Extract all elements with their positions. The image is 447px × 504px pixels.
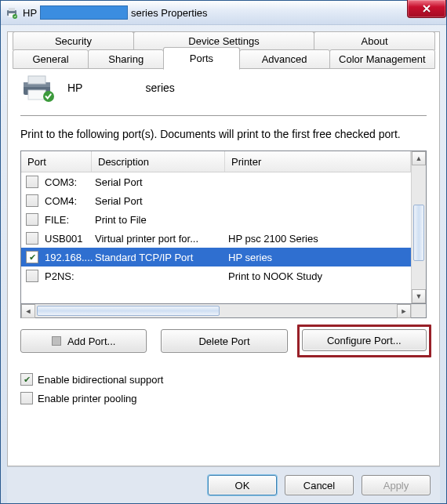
horizontal-scroll-thumb[interactable] [37,306,220,316]
port-description: Print to File [92,214,225,226]
vertical-scrollbar[interactable]: ▲ ▼ [411,151,426,303]
tab-general[interactable]: General [13,49,89,69]
port-description: Standard TCP/IP Port [92,252,225,263]
add-port-icon [52,336,61,346]
port-name: 192.168.... [45,252,93,263]
delete-port-button[interactable]: Delete Port [161,329,287,353]
checkbox-icon: ✔ [20,373,33,386]
header-port[interactable]: Port [21,151,92,172]
add-port-button[interactable]: Add Port... [20,329,147,353]
tab-ports[interactable]: Ports [163,47,239,70]
port-checkbox[interactable] [26,270,38,282]
printer-titlebar-icon [5,6,18,19]
configure-port-highlight: Configure Port... [297,325,431,357]
port-printer: HP series [225,252,411,263]
table-row[interactable]: COM4:Serial Port [21,191,411,210]
table-row[interactable]: FILE:Print to File [21,210,411,229]
properties-dialog: HP series Properties Security Device Set… [0,0,447,504]
svg-rect-1 [9,8,15,11]
horizontal-scrollbar[interactable]: ◄ ► [20,304,427,318]
port-description: Virtual printer port for... [92,233,225,245]
port-printer: HP psc 2100 Series [225,233,411,245]
port-buttons-row: Add Port... Delete Port Configure Port..… [20,329,427,353]
tab-advanced[interactable]: Advanced [239,49,330,69]
options-group: ✔ Enable bidirectional support ✔ Enable … [20,370,427,408]
titlebar[interactable]: HP series Properties [1,1,446,25]
ok-button[interactable]: OK [208,475,277,495]
close-icon [422,4,431,13]
port-name: P2NS: [45,270,74,282]
tab-about[interactable]: About [314,31,435,50]
scroll-down-button[interactable]: ▼ [412,289,426,303]
port-name: FILE: [45,214,69,226]
title-redacted-model [40,5,128,20]
table-row[interactable]: USB001Virtual printer port for...HP psc … [21,229,411,248]
port-checkbox[interactable] [26,176,38,188]
enable-printer-pooling-checkbox[interactable]: ✔ Enable printer pooling [20,389,427,408]
port-checkbox[interactable] [26,213,38,226]
port-description: Serial Port [92,176,225,188]
port-checkbox[interactable] [26,194,38,207]
port-name: COM3: [45,176,77,188]
port-checkbox[interactable] [26,232,38,245]
scroll-up-button[interactable]: ▲ [412,151,426,165]
svg-rect-7 [28,90,45,100]
table-row[interactable]: COM3:Serial Port [21,172,411,191]
dialog-footer: OK Cancel Apply [7,466,440,503]
list-headers[interactable]: Port Description Printer [21,151,411,172]
port-listview[interactable]: Port Description Printer COM3:Serial Por… [20,150,427,304]
table-row[interactable]: ✔192.168....Standard TCP/IP PortHP serie… [21,248,411,267]
printer-header: HP series [20,71,427,116]
tab-color-management[interactable]: Color Management [329,49,435,69]
apply-button[interactable]: Apply [362,475,431,495]
scroll-right-button[interactable]: ► [397,304,411,318]
title-suffix: series Properties [131,7,208,19]
scroll-left-button[interactable]: ◄ [21,304,35,318]
port-name: COM4: [45,195,77,207]
svg-rect-6 [28,76,45,84]
client-area: Security Device Settings About General S… [1,25,446,503]
enable-bidirectional-checkbox[interactable]: ✔ Enable bidirectional support [20,370,427,389]
port-printer: Print to NOOK Study [225,270,411,282]
printer-name-prefix: HP [67,82,82,94]
cancel-button[interactable]: Cancel [285,475,354,495]
header-printer[interactable]: Printer [225,151,411,172]
printer-name-suffix: series [145,82,174,94]
tab-sheet: Security Device Settings About General S… [7,31,440,466]
table-row[interactable]: P2NS:Print to NOOK Study [21,267,411,285]
header-description[interactable]: Description [92,151,225,172]
checkbox-icon: ✔ [20,392,33,404]
printer-large-icon [20,74,52,101]
port-name: USB001 [45,233,82,245]
port-checkbox[interactable]: ✔ [26,251,38,263]
tab-security[interactable]: Security [13,31,134,50]
scroll-corner [411,304,426,317]
configure-port-button[interactable]: Configure Port... [302,329,427,351]
title-prefix: HP [23,7,37,19]
instruction-text: Print to the following port(s). Document… [20,127,427,141]
tab-sharing[interactable]: Sharing [88,49,164,69]
close-button[interactable] [407,0,446,18]
tab-row-front: General Sharing Ports Advanced Color Man… [13,49,434,70]
vertical-scroll-thumb[interactable] [413,205,424,261]
port-description: Serial Port [92,195,225,207]
